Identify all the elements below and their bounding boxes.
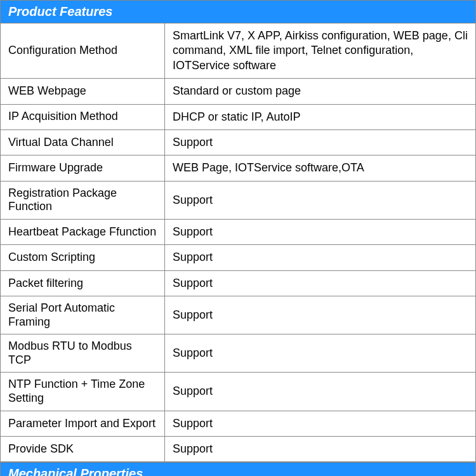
row-label: Custom Scripting	[0, 245, 165, 270]
row-value: Support	[165, 334, 476, 373]
table-row: IP Acquisition MethodDHCP or static IP, …	[0, 105, 476, 130]
row-label: Modbus RTU to Modbus TCP	[0, 334, 165, 373]
row-value: SmartLink V7, X APP, Airkiss configurati…	[165, 23, 476, 79]
row-value: Support	[165, 437, 476, 462]
row-label: WEB Webpage	[0, 79, 165, 104]
row-label: Firmware Upgrade	[0, 155, 165, 181]
row-value: Support	[165, 182, 476, 220]
table-row: Provide SDKSupport	[0, 437, 476, 462]
row-label: NTP Function + Time Zone Setting	[0, 373, 165, 411]
spec-table: Product FeaturesConfiguration MethodSmar…	[0, 0, 476, 476]
row-label: Heartbeat Package Ffunction	[0, 220, 165, 245]
table-row: Custom ScriptingSupport	[0, 245, 476, 270]
row-label: IP Acquisition Method	[0, 105, 165, 130]
table-row: NTP Function + Time Zone SettingSupport	[0, 373, 476, 411]
row-value: Standard or custom page	[165, 79, 476, 104]
row-value: Support	[165, 220, 476, 245]
section-header: Product Features	[0, 0, 476, 23]
row-label: Packet filtering	[0, 271, 165, 296]
table-row: Modbus RTU to Modbus TCPSupport	[0, 334, 476, 373]
row-value: WEB Page, IOTService software,OTA	[165, 155, 476, 181]
row-value: DHCP or static IP, AutoIP	[165, 105, 476, 130]
row-value: Support	[165, 296, 476, 334]
row-value: Support	[165, 411, 476, 437]
row-value: Support	[165, 130, 476, 155]
table-row: Serial Port Automatic FramingSupport	[0, 296, 476, 334]
table-row: Virtual Data ChannelSupport	[0, 130, 476, 155]
table-row: Registration Package FunctionSupport	[0, 182, 476, 220]
table-row: WEB WebpageStandard or custom page	[0, 79, 476, 104]
row-label: Virtual Data Channel	[0, 130, 165, 155]
row-value: Support	[165, 373, 476, 411]
row-label: Serial Port Automatic Framing	[0, 296, 165, 334]
table-row: Configuration MethodSmartLink V7, X APP,…	[0, 23, 476, 79]
row-label: Parameter Import and Export	[0, 411, 165, 437]
row-value: Support	[165, 271, 476, 296]
section-header: Mechanical Properties	[0, 462, 476, 476]
table-row: Firmware UpgradeWEB Page, IOTService sof…	[0, 155, 476, 181]
row-label: Provide SDK	[0, 437, 165, 462]
table-row: Parameter Import and ExportSupport	[0, 411, 476, 437]
table-row: Heartbeat Package FfunctionSupport	[0, 220, 476, 245]
row-label: Configuration Method	[0, 23, 165, 79]
row-value: Support	[165, 245, 476, 270]
row-label: Registration Package Function	[0, 182, 165, 220]
table-row: Packet filteringSupport	[0, 271, 476, 296]
